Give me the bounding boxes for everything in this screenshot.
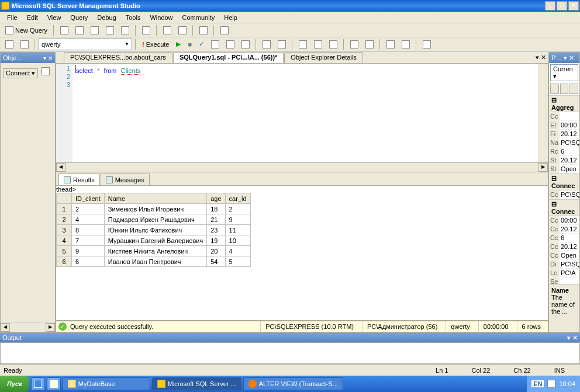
registered-servers-button[interactable] xyxy=(218,25,232,36)
prop-row[interactable]: Fi20.12 xyxy=(549,130,579,138)
clock[interactable]: 10:04 xyxy=(559,380,575,387)
prop-row[interactable]: Cc6 xyxy=(549,234,579,242)
prop-categorized-button[interactable] xyxy=(550,84,559,94)
close-button[interactable]: ✕ xyxy=(568,1,579,11)
cell-car[interactable]: 10 xyxy=(225,235,250,246)
prop-row[interactable]: LcPC\А xyxy=(549,269,579,277)
lang-indicator[interactable]: EN xyxy=(531,380,544,387)
tb2-btn-11[interactable] xyxy=(347,39,361,50)
cell-name[interactable]: Подмарев Иркен Ришадович xyxy=(104,214,206,225)
cell-age[interactable]: 23 xyxy=(207,225,225,235)
menu-help[interactable]: Help xyxy=(219,13,242,22)
prop-pages-button[interactable] xyxy=(569,84,578,94)
object-explorer-tool-1[interactable] xyxy=(40,65,51,77)
cell-age[interactable]: 19 xyxy=(207,235,225,246)
cell-id[interactable]: 7 xyxy=(72,235,105,246)
tb2-btn-7[interactable] xyxy=(275,39,289,50)
minimize-button[interactable]: _ xyxy=(545,1,555,11)
row-header[interactable]: 6 xyxy=(57,256,72,267)
tab-about-cars[interactable]: PC\SQLEXPRES...bo.about_cars xyxy=(64,52,172,63)
prop-row[interactable]: Se xyxy=(549,277,579,284)
prop-row[interactable]: St20.12 xyxy=(549,156,579,165)
tb2-btn-12[interactable] xyxy=(362,39,377,50)
cell-name[interactable]: Юнкин Ильяс Фатихович xyxy=(104,225,206,235)
cell-age[interactable]: 21 xyxy=(207,214,225,225)
start-button[interactable]: Пуск xyxy=(0,376,29,392)
parse-button[interactable]: ✓ xyxy=(196,39,207,50)
escroll-left[interactable]: ◀ xyxy=(56,163,65,172)
activity-monitor-button[interactable] xyxy=(196,25,210,36)
cell-id[interactable]: 4 xyxy=(72,214,105,225)
stop-button[interactable]: ■ xyxy=(185,39,195,50)
restore-button[interactable]: □ xyxy=(557,1,567,11)
prop-row[interactable]: Rc6 xyxy=(549,147,579,156)
tab-nav-button[interactable]: ▾ ✕ xyxy=(536,54,546,61)
menu-debug[interactable]: Debug xyxy=(92,13,120,22)
prop-row[interactable]: Cc00:00 xyxy=(549,216,579,225)
prop-row[interactable]: Cc20.12 xyxy=(549,242,579,251)
debug-button[interactable]: ▶ xyxy=(173,39,184,50)
tb2-btn-3[interactable] xyxy=(208,39,222,50)
tab-object-explorer-details[interactable]: Object Explorer Details xyxy=(284,52,363,63)
quicklaunch-ie[interactable] xyxy=(31,377,45,390)
row-header[interactable]: 4 xyxy=(57,235,72,246)
tb2-btn-13[interactable] xyxy=(384,39,398,50)
menu-window[interactable]: Window xyxy=(145,13,177,22)
table-row[interactable]: 24Подмарев Иркен Ришадович219 xyxy=(57,214,251,225)
editor-vscroll[interactable] xyxy=(538,64,548,162)
prop-row[interactable]: CcOpen xyxy=(549,251,579,260)
tb2-btn-5[interactable] xyxy=(239,39,253,50)
tb-btn-5[interactable] xyxy=(118,25,132,36)
tb-btn-1[interactable] xyxy=(57,25,71,36)
cell-id[interactable]: 9 xyxy=(72,246,105,256)
tray-icon-1[interactable] xyxy=(547,380,555,388)
open-button[interactable] xyxy=(139,25,153,36)
escroll-right[interactable]: ▶ xyxy=(538,163,548,172)
object-explorer-pin-icon[interactable]: ▾ ✕ xyxy=(43,55,53,61)
save-button[interactable] xyxy=(160,25,174,36)
cell-id[interactable]: 6 xyxy=(72,256,105,267)
execute-button[interactable]: ! Execute xyxy=(139,39,172,50)
new-query-button[interactable]: New Query xyxy=(2,25,50,36)
tb-btn-2[interactable] xyxy=(72,25,87,36)
tb2-btn-1[interactable] xyxy=(2,39,16,50)
connect-button[interactable]: Connect ▾ xyxy=(3,68,38,78)
cell-car[interactable]: 5 xyxy=(225,256,250,267)
scroll-right-button[interactable]: ▶ xyxy=(46,323,55,332)
tb2-btn-14[interactable] xyxy=(399,39,413,50)
tb2-btn-4[interactable] xyxy=(223,39,237,50)
table-row[interactable]: 66Иванов Иван Пентрович545 xyxy=(57,256,251,267)
tb2-btn-9[interactable] xyxy=(311,39,325,50)
prop-row[interactable]: Cc20.12 xyxy=(549,225,579,234)
properties-dropdown[interactable]: Curren ▾ xyxy=(550,64,578,81)
prop-alphabetical-button[interactable] xyxy=(560,84,569,94)
cell-age[interactable]: 54 xyxy=(207,256,225,267)
cell-id[interactable]: 8 xyxy=(72,225,105,235)
row-header[interactable]: 5 xyxy=(57,246,72,256)
cell-name[interactable]: Зименков Илья Игоревич xyxy=(104,204,206,214)
prop-row[interactable]: El00:00 xyxy=(549,121,579,130)
results-tab[interactable]: Results xyxy=(58,174,100,185)
quicklaunch-desktop[interactable] xyxy=(47,377,61,390)
scroll-left-button[interactable]: ◀ xyxy=(1,323,10,332)
cell-name[interactable]: Кистяев Никита Ангелович xyxy=(104,246,206,256)
menu-edit[interactable]: Edit xyxy=(22,13,43,22)
tb2-btn-6[interactable] xyxy=(260,39,274,50)
output-body[interactable] xyxy=(0,342,580,364)
table-row[interactable]: 12Зименков Илья Игоревич182 xyxy=(57,204,251,214)
col-car-id[interactable]: car_id xyxy=(225,193,250,204)
menu-file[interactable]: File xyxy=(2,13,22,22)
menu-tools[interactable]: Tools xyxy=(121,13,146,22)
tb2-btn-2[interactable] xyxy=(18,39,32,50)
cell-car[interactable]: 4 xyxy=(225,246,250,256)
task-mydatebase[interactable]: MyDateBase xyxy=(63,377,150,390)
cell-car[interactable]: 2 xyxy=(225,204,250,214)
table-row[interactable]: 59Кистяев Никита Ангелович204 xyxy=(57,246,251,256)
col-id-client[interactable]: ID_client xyxy=(72,193,105,204)
prop-row[interactable]: DiPC\SQ xyxy=(549,260,579,269)
cell-id[interactable]: 2 xyxy=(72,204,105,214)
object-explorer-hscroll[interactable]: ◀ ▶ xyxy=(1,322,55,332)
tb2-btn-15[interactable] xyxy=(420,39,434,50)
prop-cat-connect2[interactable]: ⊟ Connec xyxy=(549,199,579,216)
task-firefox[interactable]: ALTER VIEW (Transact-S... xyxy=(243,377,343,390)
